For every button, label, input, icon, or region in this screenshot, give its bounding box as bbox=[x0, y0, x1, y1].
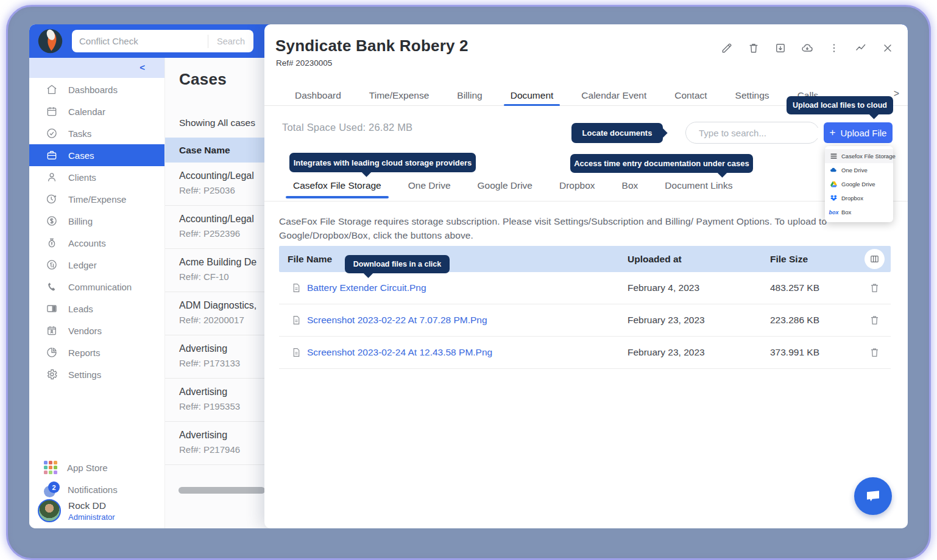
file-size: 373.991 KB bbox=[770, 347, 819, 358]
storage-provider-tabs: Casefox File Storage One Drive Google Dr… bbox=[293, 180, 732, 198]
storage-tab-dropbox[interactable]: Dropbox bbox=[559, 180, 595, 198]
device-frame: Search < Dashboards Calendar Tasks Cases bbox=[6, 5, 931, 560]
user-avatar bbox=[38, 499, 61, 522]
case-list-item[interactable]: Accounting/Legal Ref#: P252396 bbox=[165, 206, 274, 249]
sidebar-item-label: Communication bbox=[68, 282, 132, 292]
dropbox-icon bbox=[830, 194, 838, 202]
sidebar-item-vendors[interactable]: Vendors bbox=[29, 320, 164, 341]
sidebar-item-calendar[interactable]: Calendar bbox=[29, 100, 164, 122]
tab-document[interactable]: Document bbox=[497, 85, 568, 105]
close-icon[interactable] bbox=[881, 41, 894, 55]
delete-file-icon[interactable] bbox=[869, 346, 880, 359]
storage-tab-box[interactable]: Box bbox=[622, 180, 638, 198]
sidebar-item-communication[interactable]: Communication bbox=[29, 276, 164, 298]
sidebar-item-billing[interactable]: Billing bbox=[29, 210, 164, 232]
document-file-icon bbox=[291, 314, 302, 326]
user-profile[interactable]: Rock DD Administrator bbox=[38, 499, 115, 522]
menu-item-one-drive[interactable]: One Drive bbox=[825, 163, 893, 177]
sidebar-item-label: Vendors bbox=[68, 326, 102, 336]
more-kebab-icon[interactable] bbox=[827, 41, 841, 55]
case-title: Syndicate Bank Robery 2 bbox=[275, 37, 468, 55]
sidebar-item-tasks[interactable]: Tasks bbox=[29, 122, 164, 144]
menu-item-casefox-storage[interactable]: Casefox File Storage bbox=[825, 149, 893, 163]
phone-icon bbox=[45, 281, 58, 293]
plus-icon: + bbox=[830, 127, 836, 139]
storage-tab-document-links[interactable]: Document Links bbox=[665, 180, 732, 198]
sidebar-item-label: Clients bbox=[68, 172, 96, 183]
notifications-badge: 2 bbox=[48, 481, 60, 493]
list-icon bbox=[830, 152, 838, 160]
collapse-chevron-icon[interactable]: < bbox=[140, 62, 145, 72]
case-list-item[interactable]: ADM Diagnostics, Ref#: 20200017 bbox=[165, 292, 274, 335]
sidebar-item-cases[interactable]: Cases bbox=[29, 144, 164, 166]
edit-pencil-icon[interactable] bbox=[720, 41, 734, 55]
search-button[interactable]: Search bbox=[208, 37, 253, 46]
column-settings-button[interactable] bbox=[865, 249, 885, 269]
file-row: Screenshot 2023-02-22 At 7.07.28 PM.Png … bbox=[279, 304, 891, 337]
sidebar-item-time-expense[interactable]: Time/Expense bbox=[29, 188, 164, 210]
sidebar-item-dashboards[interactable]: Dashboards bbox=[29, 79, 164, 100]
home-icon bbox=[45, 83, 58, 96]
delete-file-icon[interactable] bbox=[869, 314, 880, 326]
case-list-item[interactable]: Advertising Ref#: P173133 bbox=[165, 335, 274, 379]
sidebar-item-label: Tasks bbox=[68, 128, 91, 139]
upload-file-button[interactable]: + Upload File bbox=[824, 122, 893, 143]
sidebar-item-clients[interactable]: Clients bbox=[29, 166, 164, 188]
sidebar-item-label: Leads bbox=[68, 304, 93, 314]
calendar-icon bbox=[45, 105, 58, 118]
archive-box-icon[interactable] bbox=[774, 41, 787, 55]
sidebar-item-label: Billing bbox=[68, 216, 93, 226]
tab-settings[interactable]: Settings bbox=[721, 85, 783, 105]
document-search-input[interactable] bbox=[699, 128, 820, 138]
menu-item-box[interactable]: box Box bbox=[825, 205, 893, 219]
sidebar-item-accounts[interactable]: Accounts bbox=[29, 232, 164, 254]
case-action-icons bbox=[720, 41, 894, 55]
tab-dashboard[interactable]: Dashboard bbox=[281, 85, 355, 105]
activity-trend-icon[interactable] bbox=[854, 41, 868, 55]
sidebar-collapse-row[interactable]: < bbox=[29, 58, 164, 78]
delete-file-icon[interactable] bbox=[869, 282, 880, 294]
document-file-icon bbox=[291, 346, 302, 359]
app-window: Search < Dashboards Calendar Tasks Cases bbox=[29, 24, 908, 528]
tabs-scroll-right-chevron[interactable]: > bbox=[894, 88, 899, 99]
sidebar-item-label: Dashboards bbox=[68, 85, 118, 95]
tab-billing[interactable]: Billing bbox=[443, 85, 496, 105]
sidebar-item-label: Calendar bbox=[68, 107, 105, 117]
tab-time-expense[interactable]: Time/Expense bbox=[355, 85, 444, 105]
case-list-item[interactable]: Accounting/Legal Ref#: P25036 bbox=[165, 163, 274, 206]
delete-trash-icon[interactable] bbox=[747, 41, 760, 55]
file-uploaded-date: February 4, 2023 bbox=[628, 282, 699, 293]
storage-tab-one-drive[interactable]: One Drive bbox=[408, 180, 451, 198]
chat-widget-button[interactable] bbox=[854, 477, 892, 515]
case-name-column-header: Case Name bbox=[165, 138, 274, 163]
conflict-check-input[interactable] bbox=[72, 36, 208, 46]
google-drive-icon bbox=[830, 180, 838, 188]
case-list-item[interactable]: Acme Building De Ref#: CF-10 bbox=[165, 249, 274, 292]
file-link[interactable]: Screenshot 2023-02-24 At 12.43.58 PM.Png bbox=[307, 347, 492, 358]
total-space-used: Total Space Used: 26.82 MB bbox=[282, 122, 412, 133]
sidebar-item-app-store[interactable]: App Store bbox=[29, 457, 164, 478]
person-icon bbox=[45, 171, 58, 184]
menu-item-dropbox[interactable]: Dropbox bbox=[825, 191, 893, 205]
col-file-size: File Size bbox=[770, 254, 808, 265]
sidebar-item-settings[interactable]: Settings bbox=[29, 363, 164, 385]
sidebar-item-reports[interactable]: Reports bbox=[29, 341, 164, 363]
tooltip-upload-local-files: Upload local files to cloud bbox=[787, 96, 893, 114]
app-store-icon bbox=[44, 461, 57, 474]
vendor-calendar-icon bbox=[45, 324, 58, 337]
sidebar-item-leads[interactable]: Leads bbox=[29, 298, 164, 320]
case-list-item[interactable]: Advertising Ref#: P217946 bbox=[165, 422, 274, 465]
horizontal-scrollbar[interactable] bbox=[179, 487, 265, 494]
tab-calendar-event[interactable]: Calendar Event bbox=[567, 85, 660, 105]
cloud-download-icon[interactable] bbox=[801, 41, 814, 55]
storage-tabs-divider bbox=[264, 201, 908, 201]
sidebar-item-ledger[interactable]: Ledger bbox=[29, 254, 164, 276]
menu-item-google-drive[interactable]: Google Drive bbox=[825, 177, 893, 191]
storage-tab-google-drive[interactable]: Google Drive bbox=[478, 180, 532, 198]
sidebar-item-notifications[interactable]: 2 Notifications bbox=[29, 478, 164, 500]
file-link[interactable]: Screenshot 2023-02-22 At 7.07.28 PM.Png bbox=[307, 315, 487, 326]
storage-tab-casefox[interactable]: Casefox File Storage bbox=[293, 180, 381, 198]
case-list-item[interactable]: Advertising Ref#: P195353 bbox=[165, 379, 274, 422]
tab-contact[interactable]: Contact bbox=[660, 85, 721, 105]
file-link[interactable]: Battery Extender Circuit.Png bbox=[307, 282, 426, 293]
